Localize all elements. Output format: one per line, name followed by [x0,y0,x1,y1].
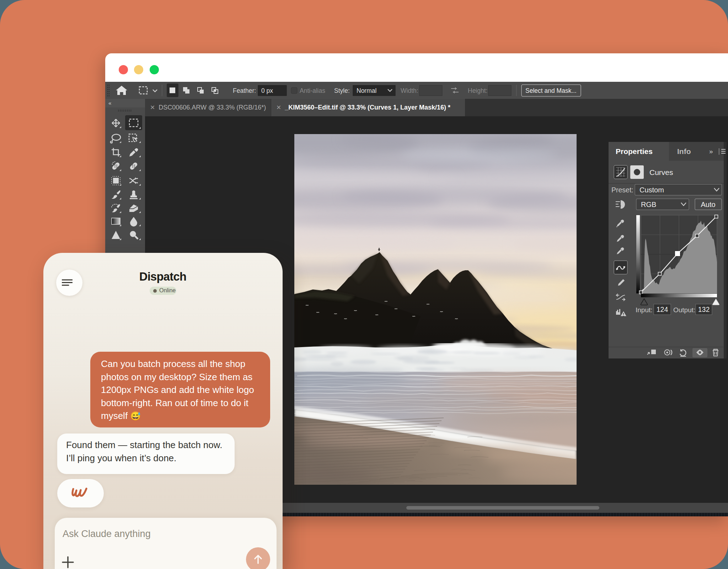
svg-text:Width:: Width: [401,87,418,94]
svg-text:RGB: RGB [641,201,656,208]
svg-text:Style:: Style: [334,87,350,94]
svg-text:Input:: Input: [636,306,653,314]
svg-text:0 px: 0 px [261,87,273,94]
svg-text:132: 132 [698,305,710,313]
svg-text:Normal: Normal [357,87,376,94]
svg-text:Preset:: Preset: [611,186,633,194]
svg-text:Info: Info [677,147,691,155]
svg-text:Anti-alias: Anti-alias [300,87,325,94]
svg-text:124: 124 [657,305,668,313]
svg-text:Height:: Height: [468,87,487,94]
svg-text:Properties: Properties [616,147,653,155]
svg-text:Custom: Custom [639,186,664,194]
svg-text:»: » [709,148,713,155]
svg-text:Auto: Auto [701,201,715,208]
svg-text:Curves: Curves [649,168,673,176]
svg-text:«: « [108,100,111,106]
svg-text:Feather:: Feather: [233,87,256,94]
svg-text:Output:: Output: [673,306,695,314]
svg-text:Select and Mask...: Select and Mask... [525,87,577,94]
